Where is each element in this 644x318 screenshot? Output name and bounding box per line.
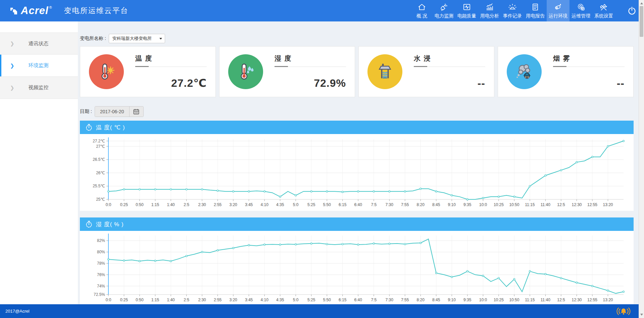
water-well-icon: [367, 54, 402, 89]
svg-text:25.5℃: 25.5℃: [93, 184, 105, 188]
svg-text:12:30: 12:30: [572, 298, 582, 302]
svg-text:1:15: 1:15: [151, 298, 159, 302]
nav-item-3[interactable]: 用电分析: [478, 0, 501, 21]
svg-text:72.5%: 72.5%: [94, 292, 105, 297]
svg-text:9:35: 9:35: [463, 202, 472, 207]
vertical-scrollbar[interactable]: [639, 0, 644, 318]
svg-text:11:15: 11:15: [525, 298, 535, 302]
date-picker: 2017-06-20: [95, 106, 144, 117]
svg-text:25℃: 25℃: [96, 197, 105, 202]
nav-item-label: 运维管理: [572, 13, 590, 19]
bar-chart-icon: [485, 3, 494, 11]
gear-icon: [577, 3, 585, 11]
svg-text:8:20: 8:20: [417, 202, 425, 207]
svg-text:5:0: 5:0: [293, 298, 299, 302]
svg-text:12:5: 12:5: [557, 298, 565, 302]
power-icon: [627, 6, 637, 15]
svg-text:7:55: 7:55: [401, 298, 409, 302]
page-title: 变电所运维云平台: [64, 6, 129, 16]
nav-item-6[interactable]: 运行环境: [547, 0, 569, 21]
chevron-down-icon: [159, 38, 162, 40]
nav-item-8[interactable]: 系统设置: [592, 0, 615, 21]
svg-text:8:20: 8:20: [417, 298, 425, 302]
calendar-button[interactable]: [129, 107, 143, 117]
sidebar-item-1[interactable]: ❯环境监测: [0, 55, 78, 77]
svg-text:4:10: 4:10: [261, 202, 269, 207]
svg-text:12:55: 12:55: [587, 298, 597, 302]
sidebar-item-0[interactable]: ❯通讯状态: [0, 33, 78, 55]
card-body: 温 度27.2℃: [135, 54, 207, 89]
nav-item-label: 系统设置: [594, 13, 613, 19]
date-input[interactable]: 2017-06-20: [95, 107, 129, 117]
nav-item-7[interactable]: 运维管理: [569, 0, 592, 21]
svg-text:13:20: 13:20: [603, 202, 613, 207]
svg-text:2:5: 2:5: [184, 202, 189, 207]
svg-text:26.5℃: 26.5℃: [93, 157, 105, 162]
thermometer-sun-icon: [89, 54, 124, 89]
status-cards: 温 度27.2℃湿 度72.9%水 浸--烟 雾--: [80, 46, 634, 97]
svg-text:5:25: 5:25: [307, 202, 315, 207]
humidity-panel: 湿 度( % ) 72.5%74%76%78%80%82%0:00:250:50…: [80, 217, 634, 304]
logo-text: Acrel: [21, 3, 49, 18]
temperature-chart: 25℃25.5℃26℃26.5℃27℃27.2℃0:00:250:501:151…: [80, 134, 634, 211]
svg-text:3:45: 3:45: [245, 202, 253, 207]
camera-icon: [554, 3, 562, 11]
nav-item-4[interactable]: 事件记录: [501, 0, 524, 21]
card-title: 温 度: [135, 54, 207, 67]
status-card-0: 温 度27.2℃: [80, 46, 216, 97]
chevron-right-icon: ❯: [10, 85, 14, 91]
timer-icon: [85, 124, 93, 131]
nav-item-1[interactable]: 电力监测: [433, 0, 455, 21]
home-icon: [417, 3, 426, 11]
svg-text:5:50: 5:50: [323, 202, 331, 207]
scrollbar-down-arrow-icon[interactable]: [640, 314, 643, 316]
svg-text:5:25: 5:25: [307, 298, 315, 302]
alarm-icon: [508, 3, 517, 11]
svg-text:11:40: 11:40: [541, 202, 550, 207]
svg-text:0:0: 0:0: [106, 298, 111, 302]
main-nav: 概 况电力监测电能质量用电分析事件记录用电报告运行环境运维管理系统设置: [411, 0, 620, 21]
power-quality-icon: [462, 3, 471, 11]
report-icon: [531, 3, 540, 11]
nav-item-label: 电能质量: [457, 13, 476, 19]
svg-text:10:25: 10:25: [494, 298, 504, 302]
svg-text:80%: 80%: [97, 250, 105, 254]
svg-text:1:40: 1:40: [167, 298, 175, 302]
svg-text:10:50: 10:50: [509, 298, 519, 302]
date-filter-row: 日期 : 2017-06-20: [80, 106, 634, 117]
svg-text:4:35: 4:35: [276, 298, 284, 302]
svg-text:10:0: 10:0: [479, 202, 487, 207]
svg-text:10:25: 10:25: [494, 202, 504, 207]
svg-text:8:45: 8:45: [432, 298, 440, 302]
nav-item-label: 运行环境: [549, 13, 567, 19]
sidebar: ❯通讯状态❯环境监测❯视频监控: [0, 21, 78, 304]
nav-item-0[interactable]: 概 况: [411, 0, 433, 21]
humidity-panel-header: 湿 度( % ): [80, 217, 634, 231]
tools-icon: [599, 3, 608, 11]
smoke-icon: [507, 54, 542, 89]
station-select-value: 安科瑞新大楼变电所: [112, 36, 152, 42]
card-value: 27.2℃: [135, 77, 207, 89]
alarm-bell-button[interactable]: [616, 307, 631, 317]
scrollbar-up-arrow-icon[interactable]: [640, 2, 643, 4]
chevron-right-icon: ❯: [10, 41, 14, 47]
nav-item-label: 电力监测: [435, 13, 453, 19]
nav-item-2[interactable]: 电能质量: [455, 0, 478, 21]
sidebar-item-2[interactable]: ❯视频监控: [0, 77, 78, 99]
card-value: --: [553, 77, 625, 89]
temperature-panel-header: 温 度( ℃ ): [80, 121, 634, 134]
svg-text:9:10: 9:10: [448, 298, 456, 302]
alarm-bell-icon: [616, 307, 631, 316]
nav-item-5[interactable]: 用电报告: [524, 0, 547, 21]
station-select[interactable]: 安科瑞新大楼变电所: [109, 34, 165, 43]
svg-text:4:35: 4:35: [276, 202, 284, 207]
acrel-logo-icon: [9, 6, 19, 17]
svg-text:2:30: 2:30: [198, 202, 206, 207]
svg-text:6:40: 6:40: [354, 298, 362, 302]
svg-text:26℃: 26℃: [96, 171, 105, 175]
humidity-chart-plot: 72.5%74%76%78%80%82%0:00:250:501:151:402…: [80, 231, 634, 304]
sidebar-item-label: 环境监测: [29, 62, 49, 69]
scrollbar-thumb[interactable]: [640, 6, 643, 37]
humidity-chart: 72.5%74%76%78%80%82%0:00:250:501:151:402…: [80, 231, 634, 304]
station-select-label: 变电所名称 :: [80, 36, 106, 42]
